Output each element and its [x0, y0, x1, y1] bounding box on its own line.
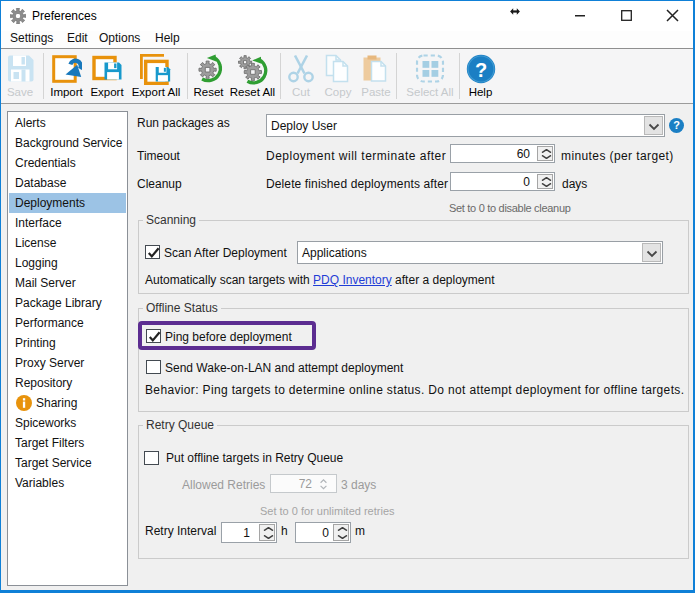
- svg-text:?: ?: [474, 59, 486, 81]
